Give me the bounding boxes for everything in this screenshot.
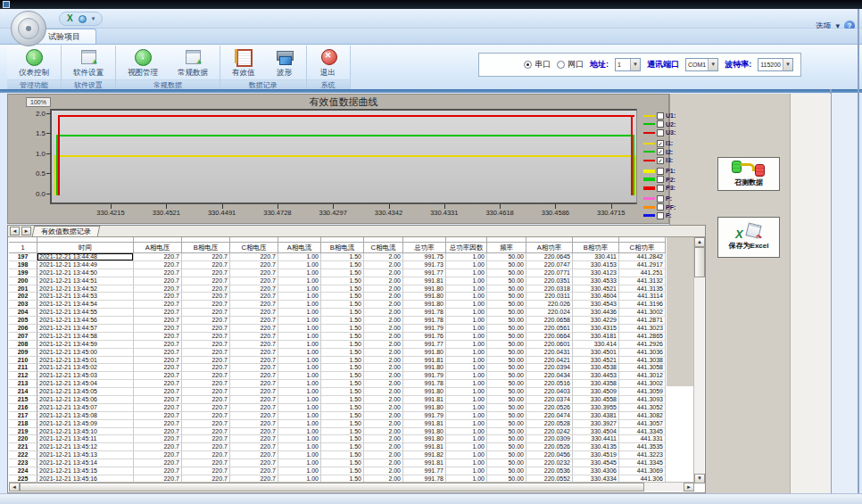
table-cell[interactable]: 1.50 — [321, 325, 364, 333]
table-cell[interactable]: 1.00 — [446, 364, 487, 372]
table-cell[interactable]: 1.00 — [278, 467, 321, 475]
table-cell[interactable]: 1.00 — [278, 404, 321, 412]
table-cell[interactable]: 1.50 — [321, 269, 364, 277]
table-cell[interactable]: 220.7 — [134, 301, 182, 309]
table-cell[interactable]: 2021-12-21 13:45:01 — [37, 357, 134, 365]
table-cell[interactable]: 330.4501 — [573, 349, 619, 357]
table-row[interactable]: 1982021-12-21 13:44:49220.7220.7220.71.0… — [9, 261, 666, 269]
table-row[interactable]: 2102021-12-21 13:45:01220.7220.7220.71.0… — [9, 357, 666, 365]
table-cell[interactable]: 220.7 — [230, 443, 278, 451]
table-cell[interactable]: 1.00 — [278, 380, 321, 388]
table-cell[interactable]: 220.7 — [230, 420, 278, 428]
table-cell[interactable]: 991.79 — [403, 412, 446, 420]
table-cell[interactable]: 2021-12-21 13:44:58 — [37, 333, 134, 341]
row-number-cell[interactable]: 209 — [9, 349, 37, 357]
table-cell[interactable]: 2021-12-21 13:45:03 — [37, 372, 134, 380]
table-cell[interactable]: 220.0664 — [526, 333, 573, 341]
table-cell[interactable]: 2021-12-21 13:45:14 — [37, 459, 134, 467]
table-cell[interactable]: 1.50 — [321, 404, 364, 412]
table-row[interactable]: 2042021-12-21 13:44:55220.7220.7220.71.0… — [9, 309, 666, 317]
table-cell[interactable]: 220.7 — [230, 412, 278, 420]
table-cell[interactable]: 50.00 — [487, 277, 526, 285]
table-cell[interactable]: 441.2865 — [619, 333, 666, 341]
table-cell[interactable]: 220.7 — [230, 388, 278, 396]
table-cell[interactable]: 220.0232 — [526, 459, 573, 467]
table-cell[interactable]: 220.7 — [182, 459, 230, 467]
table-row[interactable]: 2172021-12-21 13:45:08220.7220.7220.71.0… — [9, 412, 666, 420]
table-cell[interactable]: 441.3223 — [619, 451, 666, 459]
table-cell[interactable]: 220.7 — [134, 277, 182, 285]
table-row[interactable]: 2052021-12-21 13:44:56220.7220.7220.71.0… — [9, 317, 666, 325]
table-cell[interactable]: 220.7 — [134, 451, 182, 459]
table-cell[interactable]: 1.00 — [278, 349, 321, 357]
table-cell[interactable]: 50.00 — [487, 380, 526, 388]
table-cell[interactable]: 2.00 — [364, 435, 403, 443]
sheet-tab-rms-record[interactable]: 有效值数据记录 — [32, 226, 101, 236]
table-cell[interactable]: 2.00 — [364, 428, 403, 436]
table-cell[interactable]: 441.3023 — [619, 325, 666, 333]
table-cell[interactable]: 220.0434 — [526, 372, 573, 380]
table-cell[interactable]: 1.00 — [446, 349, 487, 357]
table-cell[interactable]: 2021-12-21 13:44:53 — [37, 293, 134, 301]
table-cell[interactable]: 2021-12-21 13:45:04 — [37, 380, 134, 388]
table-cell[interactable]: 2.00 — [364, 333, 403, 341]
table-cell[interactable]: 1.00 — [278, 396, 321, 404]
table-cell[interactable]: 330.4411 — [573, 435, 619, 443]
table-row[interactable]: 2082021-12-21 13:44:59220.7220.7220.71.0… — [9, 341, 666, 349]
table-cell[interactable]: 2021-12-21 13:45:10 — [37, 428, 134, 436]
table-cell[interactable]: 991.81 — [403, 443, 446, 451]
row-number-cell[interactable]: 222 — [9, 451, 37, 459]
ribbon-button[interactable]: 软件设置 — [70, 47, 106, 79]
row-number-cell[interactable]: 211 — [9, 364, 37, 372]
table-cell[interactable]: 991.80 — [403, 285, 446, 293]
table-cell[interactable]: 220.7 — [230, 317, 278, 325]
table-cell[interactable]: 1.00 — [278, 333, 321, 341]
table-cell[interactable]: 220.0771 — [526, 269, 573, 277]
table-cell[interactable]: 220.7 — [230, 333, 278, 341]
column-header[interactable]: 频率 — [487, 243, 526, 253]
table-cell[interactable]: 1.00 — [278, 317, 321, 325]
table-cell[interactable]: 1.00 — [446, 404, 487, 412]
table-cell[interactable]: 1.00 — [278, 451, 321, 459]
table-cell[interactable]: 330.3927 — [573, 420, 619, 428]
table-cell[interactable]: 220.7 — [134, 428, 182, 436]
table-cell[interactable]: 220.024 — [526, 309, 573, 317]
column-header[interactable]: A相功率 — [526, 243, 573, 253]
table-cell[interactable]: 2021-12-21 13:44:59 — [37, 341, 134, 349]
table-cell[interactable]: 991.76 — [403, 333, 446, 341]
table-cell[interactable]: 220.7 — [230, 301, 278, 309]
table-cell[interactable]: 50.00 — [487, 253, 526, 261]
table-cell[interactable]: 330.4509 — [573, 388, 619, 396]
table-cell[interactable]: 330.4436 — [573, 309, 619, 317]
table-cell[interactable]: 1.00 — [446, 443, 487, 451]
table-cell[interactable]: 220.0747 — [526, 261, 573, 269]
table-cell[interactable]: 330.4153 — [573, 261, 619, 269]
table-cell[interactable]: 1.00 — [278, 309, 321, 317]
table-cell[interactable]: 50.00 — [487, 388, 526, 396]
table-row[interactable]: 2072021-12-21 13:44:58220.7220.7220.71.0… — [9, 333, 666, 341]
column-header[interactable]: B相功率 — [573, 243, 619, 253]
table-cell[interactable]: 220.7 — [230, 277, 278, 285]
table-cell[interactable]: 2021-12-21 13:44:56 — [37, 317, 134, 325]
row-number-cell[interactable]: 213 — [9, 380, 37, 388]
row-number-cell[interactable]: 203 — [9, 301, 37, 309]
table-row[interactable]: 2002021-12-21 13:44:51220.7220.7220.71.0… — [9, 277, 666, 285]
table-row[interactable]: 2162021-12-21 13:45:07220.7220.7220.71.0… — [9, 404, 666, 412]
table-row[interactable]: 1992021-12-21 13:44:50220.7220.7220.71.0… — [9, 269, 666, 277]
table-cell[interactable]: 2.00 — [364, 420, 403, 428]
table-cell[interactable]: 1.50 — [321, 293, 364, 301]
ribbon-button[interactable]: 退出 — [316, 47, 341, 79]
table-cell[interactable]: 441.3345 — [619, 428, 666, 436]
table-cell[interactable]: 220.7 — [230, 309, 278, 317]
table-cell[interactable]: 1.50 — [321, 396, 364, 404]
table-cell[interactable]: 1.00 — [446, 269, 487, 277]
table-cell[interactable]: 330.4543 — [573, 301, 619, 309]
ribbon-button[interactable]: 视图管理 — [125, 47, 161, 79]
table-cell[interactable]: 220.7 — [134, 467, 182, 475]
vertical-scrollbar[interactable]: ▲ ▼ — [693, 237, 704, 483]
table-cell[interactable]: 2021-12-21 13:44:57 — [37, 325, 134, 333]
table-cell[interactable]: 220.7 — [182, 285, 230, 293]
table-cell[interactable]: 220.0311 — [526, 293, 573, 301]
table-cell[interactable]: 991.78 — [403, 317, 446, 325]
table-cell[interactable]: 441.2842 — [619, 253, 666, 261]
